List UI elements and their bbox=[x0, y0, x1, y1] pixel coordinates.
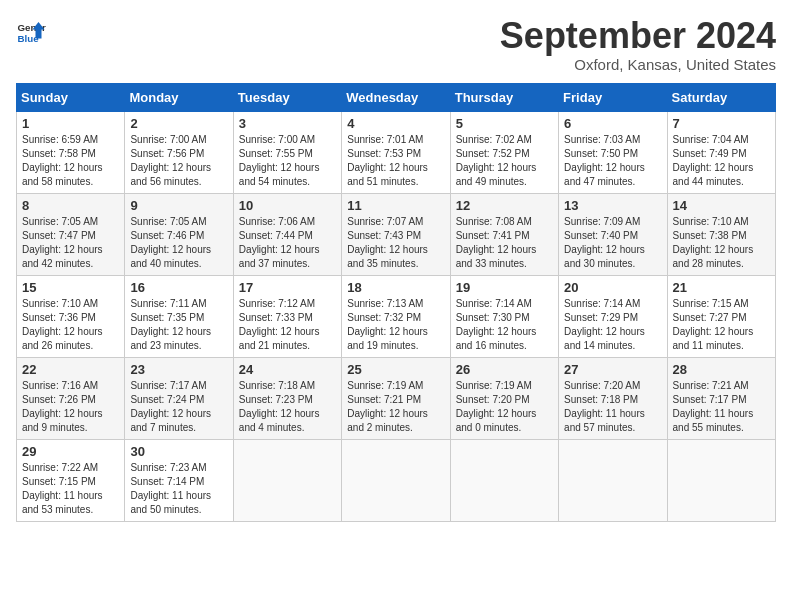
column-header-sunday: Sunday bbox=[17, 83, 125, 111]
day-number: 4 bbox=[347, 116, 444, 131]
day-number: 12 bbox=[456, 198, 553, 213]
day-number: 6 bbox=[564, 116, 661, 131]
calendar-cell: 23 Sunrise: 7:17 AMSunset: 7:24 PMDaylig… bbox=[125, 357, 233, 439]
calendar-cell: 2 Sunrise: 7:00 AMSunset: 7:56 PMDayligh… bbox=[125, 111, 233, 193]
calendar-cell: 20 Sunrise: 7:14 AMSunset: 7:29 PMDaylig… bbox=[559, 275, 667, 357]
day-info: Sunrise: 7:00 AMSunset: 7:55 PMDaylight:… bbox=[239, 134, 320, 187]
day-info: Sunrise: 7:11 AMSunset: 7:35 PMDaylight:… bbox=[130, 298, 211, 351]
day-number: 11 bbox=[347, 198, 444, 213]
day-info: Sunrise: 7:09 AMSunset: 7:40 PMDaylight:… bbox=[564, 216, 645, 269]
calendar-cell: 16 Sunrise: 7:11 AMSunset: 7:35 PMDaylig… bbox=[125, 275, 233, 357]
day-number: 1 bbox=[22, 116, 119, 131]
day-info: Sunrise: 7:05 AMSunset: 7:46 PMDaylight:… bbox=[130, 216, 211, 269]
calendar-cell: 17 Sunrise: 7:12 AMSunset: 7:33 PMDaylig… bbox=[233, 275, 341, 357]
calendar-cell: 21 Sunrise: 7:15 AMSunset: 7:27 PMDaylig… bbox=[667, 275, 775, 357]
day-number: 27 bbox=[564, 362, 661, 377]
day-info: Sunrise: 7:15 AMSunset: 7:27 PMDaylight:… bbox=[673, 298, 754, 351]
day-number: 8 bbox=[22, 198, 119, 213]
day-info: Sunrise: 7:10 AMSunset: 7:38 PMDaylight:… bbox=[673, 216, 754, 269]
title-area: September 2024 Oxford, Kansas, United St… bbox=[500, 16, 776, 73]
day-number: 2 bbox=[130, 116, 227, 131]
calendar-cell: 4 Sunrise: 7:01 AMSunset: 7:53 PMDayligh… bbox=[342, 111, 450, 193]
day-info: Sunrise: 7:14 AMSunset: 7:29 PMDaylight:… bbox=[564, 298, 645, 351]
day-info: Sunrise: 7:12 AMSunset: 7:33 PMDaylight:… bbox=[239, 298, 320, 351]
day-info: Sunrise: 7:18 AMSunset: 7:23 PMDaylight:… bbox=[239, 380, 320, 433]
day-info: Sunrise: 7:00 AMSunset: 7:56 PMDaylight:… bbox=[130, 134, 211, 187]
day-number: 15 bbox=[22, 280, 119, 295]
day-info: Sunrise: 7:17 AMSunset: 7:24 PMDaylight:… bbox=[130, 380, 211, 433]
day-number: 9 bbox=[130, 198, 227, 213]
calendar-cell bbox=[559, 439, 667, 521]
logo-icon: General Blue bbox=[16, 16, 46, 46]
day-info: Sunrise: 7:06 AMSunset: 7:44 PMDaylight:… bbox=[239, 216, 320, 269]
column-header-wednesday: Wednesday bbox=[342, 83, 450, 111]
day-number: 16 bbox=[130, 280, 227, 295]
calendar-cell: 13 Sunrise: 7:09 AMSunset: 7:40 PMDaylig… bbox=[559, 193, 667, 275]
day-info: Sunrise: 7:08 AMSunset: 7:41 PMDaylight:… bbox=[456, 216, 537, 269]
day-number: 18 bbox=[347, 280, 444, 295]
calendar-table: SundayMondayTuesdayWednesdayThursdayFrid… bbox=[16, 83, 776, 522]
calendar-cell: 14 Sunrise: 7:10 AMSunset: 7:38 PMDaylig… bbox=[667, 193, 775, 275]
calendar-cell: 11 Sunrise: 7:07 AMSunset: 7:43 PMDaylig… bbox=[342, 193, 450, 275]
day-number: 14 bbox=[673, 198, 770, 213]
calendar-cell: 28 Sunrise: 7:21 AMSunset: 7:17 PMDaylig… bbox=[667, 357, 775, 439]
day-number: 30 bbox=[130, 444, 227, 459]
calendar-cell: 25 Sunrise: 7:19 AMSunset: 7:21 PMDaylig… bbox=[342, 357, 450, 439]
day-info: Sunrise: 7:21 AMSunset: 7:17 PMDaylight:… bbox=[673, 380, 754, 433]
column-header-thursday: Thursday bbox=[450, 83, 558, 111]
day-number: 3 bbox=[239, 116, 336, 131]
day-number: 25 bbox=[347, 362, 444, 377]
calendar-cell: 29 Sunrise: 7:22 AMSunset: 7:15 PMDaylig… bbox=[17, 439, 125, 521]
day-info: Sunrise: 7:10 AMSunset: 7:36 PMDaylight:… bbox=[22, 298, 103, 351]
calendar-cell bbox=[233, 439, 341, 521]
day-number: 29 bbox=[22, 444, 119, 459]
day-number: 13 bbox=[564, 198, 661, 213]
calendar-cell bbox=[342, 439, 450, 521]
day-info: Sunrise: 7:02 AMSunset: 7:52 PMDaylight:… bbox=[456, 134, 537, 187]
calendar-cell: 27 Sunrise: 7:20 AMSunset: 7:18 PMDaylig… bbox=[559, 357, 667, 439]
calendar-cell: 3 Sunrise: 7:00 AMSunset: 7:55 PMDayligh… bbox=[233, 111, 341, 193]
day-info: Sunrise: 6:59 AMSunset: 7:58 PMDaylight:… bbox=[22, 134, 103, 187]
day-info: Sunrise: 7:01 AMSunset: 7:53 PMDaylight:… bbox=[347, 134, 428, 187]
calendar-cell: 7 Sunrise: 7:04 AMSunset: 7:49 PMDayligh… bbox=[667, 111, 775, 193]
day-info: Sunrise: 7:23 AMSunset: 7:14 PMDaylight:… bbox=[130, 462, 211, 515]
day-number: 20 bbox=[564, 280, 661, 295]
logo: General Blue bbox=[16, 16, 46, 46]
day-info: Sunrise: 7:19 AMSunset: 7:21 PMDaylight:… bbox=[347, 380, 428, 433]
calendar-cell: 9 Sunrise: 7:05 AMSunset: 7:46 PMDayligh… bbox=[125, 193, 233, 275]
day-number: 26 bbox=[456, 362, 553, 377]
day-number: 24 bbox=[239, 362, 336, 377]
day-info: Sunrise: 7:16 AMSunset: 7:26 PMDaylight:… bbox=[22, 380, 103, 433]
day-info: Sunrise: 7:20 AMSunset: 7:18 PMDaylight:… bbox=[564, 380, 645, 433]
day-number: 28 bbox=[673, 362, 770, 377]
calendar-cell bbox=[450, 439, 558, 521]
day-info: Sunrise: 7:04 AMSunset: 7:49 PMDaylight:… bbox=[673, 134, 754, 187]
calendar-cell: 8 Sunrise: 7:05 AMSunset: 7:47 PMDayligh… bbox=[17, 193, 125, 275]
calendar-cell: 22 Sunrise: 7:16 AMSunset: 7:26 PMDaylig… bbox=[17, 357, 125, 439]
calendar-cell: 12 Sunrise: 7:08 AMSunset: 7:41 PMDaylig… bbox=[450, 193, 558, 275]
day-number: 17 bbox=[239, 280, 336, 295]
day-info: Sunrise: 7:03 AMSunset: 7:50 PMDaylight:… bbox=[564, 134, 645, 187]
calendar-cell: 1 Sunrise: 6:59 AMSunset: 7:58 PMDayligh… bbox=[17, 111, 125, 193]
day-number: 5 bbox=[456, 116, 553, 131]
day-number: 10 bbox=[239, 198, 336, 213]
calendar-cell bbox=[667, 439, 775, 521]
column-header-monday: Monday bbox=[125, 83, 233, 111]
day-info: Sunrise: 7:05 AMSunset: 7:47 PMDaylight:… bbox=[22, 216, 103, 269]
location-subtitle: Oxford, Kansas, United States bbox=[500, 56, 776, 73]
calendar-cell: 6 Sunrise: 7:03 AMSunset: 7:50 PMDayligh… bbox=[559, 111, 667, 193]
day-info: Sunrise: 7:13 AMSunset: 7:32 PMDaylight:… bbox=[347, 298, 428, 351]
calendar-cell: 5 Sunrise: 7:02 AMSunset: 7:52 PMDayligh… bbox=[450, 111, 558, 193]
day-number: 7 bbox=[673, 116, 770, 131]
day-info: Sunrise: 7:22 AMSunset: 7:15 PMDaylight:… bbox=[22, 462, 103, 515]
calendar-cell: 30 Sunrise: 7:23 AMSunset: 7:14 PMDaylig… bbox=[125, 439, 233, 521]
calendar-cell: 19 Sunrise: 7:14 AMSunset: 7:30 PMDaylig… bbox=[450, 275, 558, 357]
day-number: 22 bbox=[22, 362, 119, 377]
day-number: 21 bbox=[673, 280, 770, 295]
day-info: Sunrise: 7:19 AMSunset: 7:20 PMDaylight:… bbox=[456, 380, 537, 433]
day-number: 19 bbox=[456, 280, 553, 295]
column-header-friday: Friday bbox=[559, 83, 667, 111]
column-header-saturday: Saturday bbox=[667, 83, 775, 111]
calendar-cell: 15 Sunrise: 7:10 AMSunset: 7:36 PMDaylig… bbox=[17, 275, 125, 357]
calendar-cell: 10 Sunrise: 7:06 AMSunset: 7:44 PMDaylig… bbox=[233, 193, 341, 275]
